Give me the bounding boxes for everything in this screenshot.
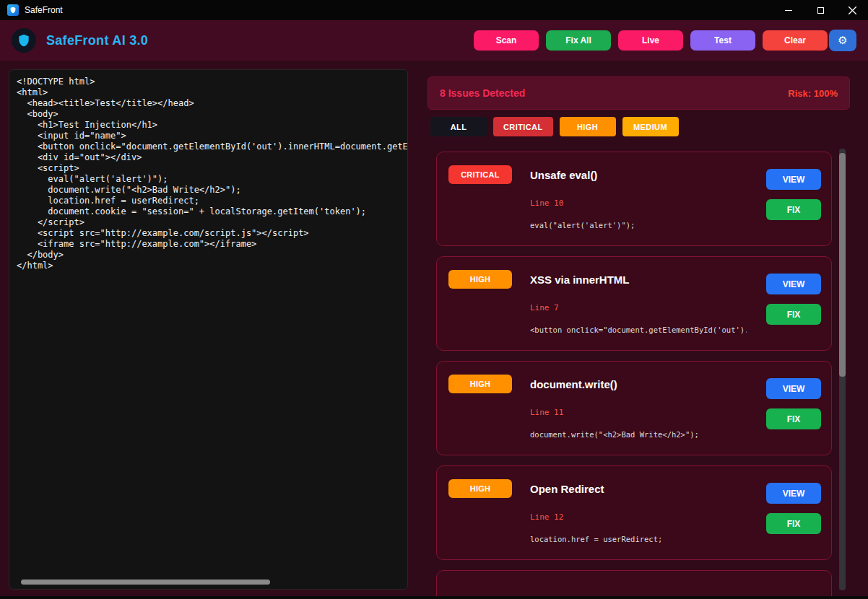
issue-title: Unsafe eval(): [530, 169, 597, 181]
scan-button[interactable]: Scan: [474, 30, 539, 51]
app-header: SafeFront AI 3.0 ScanFix AllLiveTestClea…: [0, 20, 868, 61]
filter-all[interactable]: ALL: [430, 117, 487, 136]
issues-panel: 8 Issues Detected Risk: 100% ALLCRITICAL…: [419, 76, 859, 599]
editor-code[interactable]: <!DOCTYPE html> <html> <head><title>Test…: [9, 70, 407, 271]
fix-button[interactable]: FIX: [766, 408, 821, 429]
fix-button[interactable]: FIX: [766, 513, 821, 534]
severity-badge: HIGH: [448, 375, 512, 393]
severity-filters: ALLCRITICALHIGHMEDIUM: [430, 117, 679, 136]
issue-code-snippet: location.href = userRedirect;: [530, 535, 747, 543]
issue-card-body: HIGH Open Redirect Line 12 location.href…: [448, 479, 766, 559]
issue-card: HIGH XSS via innerHTML Line 7 <button on…: [436, 256, 832, 351]
minimize-icon: [785, 10, 792, 11]
issue-line-number: Line 11: [530, 408, 766, 417]
close-icon: [849, 6, 856, 14]
view-button[interactable]: VIEW: [766, 483, 821, 504]
issue-actions: VIEW FIX: [766, 165, 821, 245]
close-button[interactable]: [836, 0, 868, 20]
gear-icon: ⚙: [838, 34, 847, 47]
view-button[interactable]: VIEW: [766, 274, 821, 294]
app-title: SafeFront AI 3.0: [46, 33, 148, 48]
clear-button[interactable]: Clear: [763, 30, 828, 51]
issue-code-snippet: eval("alert('alert')");: [530, 221, 747, 229]
severity-badge: HIGH: [448, 270, 512, 289]
issue-card: HIGH Open Redirect Line 12 location.href…: [436, 465, 832, 560]
issue-card-body: HIGH document.write() Line 11 document.w…: [448, 375, 766, 455]
issue-card-body: HIGH XSS via innerHTML Line 7 <button on…: [448, 270, 766, 350]
severity-badge: HIGH: [448, 479, 512, 498]
issue-card: HIGH document.write() Line 11 document.w…: [436, 361, 832, 455]
issue-card-partial: [436, 570, 832, 599]
filter-medium[interactable]: MEDIUM: [622, 117, 679, 136]
issue-title: document.write(): [530, 378, 617, 390]
issue-line-number: Line 10: [530, 198, 766, 208]
issues-list: CRITICAL Unsafe eval() Line 10 eval("ale…: [428, 144, 859, 599]
test-button[interactable]: Test: [690, 30, 755, 51]
issue-title: XSS via innerHTML: [530, 274, 630, 286]
minimize-button[interactable]: [773, 0, 804, 20]
risk-score: Risk: 100%: [788, 88, 838, 99]
maximize-icon: [817, 7, 824, 14]
code-editor[interactable]: <!DOCTYPE html> <html> <head><title>Test…: [9, 69, 408, 590]
window-controls: [773, 0, 868, 20]
shield-icon: [17, 33, 31, 48]
view-button[interactable]: VIEW: [766, 169, 821, 190]
shield-icon-small: [9, 6, 17, 14]
app-window: SafeFront SafeFront AI 3.0 ScanFix AllLi…: [0, 0, 868, 599]
issue-code-snippet: document.write("<h2>Bad Write</h2>");: [530, 430, 747, 439]
issues-count: 8 Issues Detected: [440, 87, 525, 99]
issue-line-number: Line 7: [530, 303, 766, 312]
window-title: SafeFront: [25, 5, 63, 15]
fix-button[interactable]: FIX: [766, 199, 821, 220]
issue-card: CRITICAL Unsafe eval() Line 10 eval("ale…: [436, 152, 832, 246]
logo: [12, 28, 36, 53]
severity-badge: CRITICAL: [448, 165, 512, 184]
issue-title: Open Redirect: [530, 483, 604, 495]
issue-actions: VIEW FIX: [766, 479, 821, 559]
issue-card-body: CRITICAL Unsafe eval() Line 10 eval("ale…: [448, 165, 766, 245]
issue-actions: VIEW FIX: [766, 375, 821, 455]
view-button[interactable]: VIEW: [766, 378, 821, 399]
live-button[interactable]: Live: [618, 30, 683, 51]
horizontal-scrollbar[interactable]: [21, 580, 270, 585]
maximize-button[interactable]: [804, 0, 836, 20]
titlebar: SafeFront: [0, 0, 868, 20]
vertical-scrollbar-track[interactable]: [839, 149, 846, 590]
header-toolbar: ScanFix AllLiveTestClear: [474, 30, 828, 51]
app-icon: [7, 4, 19, 16]
vertical-scrollbar-thumb[interactable]: [839, 153, 846, 377]
issue-code-snippet: <button onclick="document.getElementById…: [530, 325, 747, 334]
bottom-edge: [0, 596, 868, 599]
filter-critical[interactable]: CRITICAL: [493, 117, 553, 136]
issues-header: 8 Issues Detected Risk: 100%: [428, 76, 850, 110]
settings-button[interactable]: ⚙: [829, 30, 856, 51]
fix-all-button[interactable]: Fix All: [546, 30, 611, 51]
filter-high[interactable]: HIGH: [560, 117, 616, 136]
fix-button[interactable]: FIX: [766, 304, 821, 325]
main-content: <!DOCTYPE html> <html> <head><title>Test…: [0, 61, 868, 599]
issue-actions: VIEW FIX: [766, 270, 821, 350]
issue-line-number: Line 12: [530, 512, 766, 522]
